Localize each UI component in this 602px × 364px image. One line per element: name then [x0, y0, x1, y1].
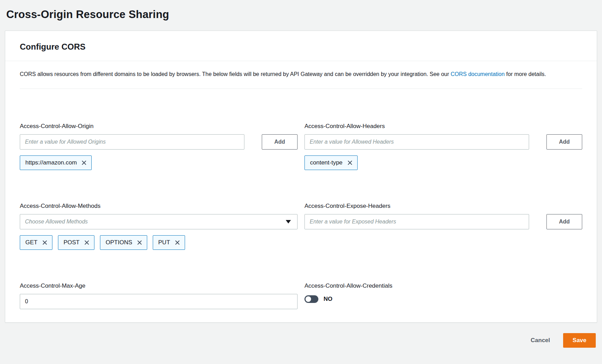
allow-credentials-label: Access-Control-Allow-Credentials — [304, 282, 582, 289]
close-icon[interactable] — [42, 240, 48, 245]
method-token-put: PUT — [153, 235, 185, 250]
max-age-label: Access-Control-Max-Age — [20, 282, 298, 289]
expose-headers-control-row: Add — [304, 214, 582, 229]
cors-description: CORS allows resources from different dom… — [20, 70, 582, 79]
token-label: OPTIONS — [106, 239, 132, 246]
allow-headers-control-row: Add — [304, 134, 582, 150]
close-icon[interactable] — [175, 240, 180, 245]
token-label: POST — [64, 239, 80, 246]
method-token-post: POST — [58, 235, 94, 250]
field-max-age: Access-Control-Max-Age — [20, 282, 298, 309]
allow-headers-token: content-type — [304, 155, 358, 170]
form-actions: Cancel Save — [5, 323, 597, 348]
method-token-options: OPTIONS — [100, 235, 147, 250]
allow-headers-input[interactable] — [304, 134, 529, 150]
card-body: CORS allows resources from different dom… — [5, 61, 597, 322]
allow-methods-tokens: GET POST OPTIONS — [20, 235, 298, 250]
section-divider — [20, 88, 582, 89]
field-expose-headers: Access-Control-Expose-Headers Add — [304, 203, 582, 250]
toggle-knob — [306, 296, 311, 302]
allow-origin-label: Access-Control-Allow-Origin — [20, 123, 298, 130]
card-title: Configure CORS — [20, 42, 582, 52]
close-icon[interactable] — [84, 240, 90, 245]
allow-origin-token: https://amazon.com — [20, 155, 92, 170]
cors-documentation-link[interactable]: CORS documentation — [451, 71, 505, 77]
fields-grid: Access-Control-Allow-Origin Add https://… — [20, 123, 582, 309]
allow-headers-tokens: content-type — [304, 155, 582, 170]
allow-methods-placeholder: Choose Allowed Methods — [25, 219, 88, 225]
close-icon[interactable] — [137, 240, 142, 245]
allow-origin-tokens: https://amazon.com — [20, 155, 298, 170]
configure-cors-card: Configure CORS CORS allows resources fro… — [5, 31, 597, 323]
field-allow-origin: Access-Control-Allow-Origin Add https://… — [20, 123, 298, 170]
allow-origin-input[interactable] — [20, 134, 244, 150]
field-allow-headers: Access-Control-Allow-Headers Add content… — [304, 123, 582, 170]
field-allow-credentials: Access-Control-Allow-Credentials NO — [304, 282, 582, 309]
description-text-after: for more details. — [505, 71, 546, 77]
allow-credentials-toggle-row: NO — [304, 295, 582, 303]
allow-headers-label: Access-Control-Allow-Headers — [304, 123, 582, 130]
max-age-control-row — [20, 294, 298, 309]
cancel-button[interactable]: Cancel — [531, 333, 550, 347]
expose-headers-input[interactable] — [304, 214, 529, 229]
close-icon[interactable] — [81, 160, 87, 166]
card-header: Configure CORS — [5, 31, 597, 61]
token-label: https://amazon.com — [25, 159, 77, 166]
page: Cross-Origin Resource Sharing Configure … — [0, 0, 602, 355]
token-label: PUT — [158, 239, 170, 246]
token-label: GET — [25, 239, 37, 246]
allow-methods-control-row: Choose Allowed Methods — [20, 214, 298, 229]
allow-credentials-state: NO — [324, 296, 333, 303]
allow-origin-add-button[interactable]: Add — [262, 134, 298, 150]
page-title: Cross-Origin Resource Sharing — [5, 0, 597, 31]
token-label: content-type — [310, 159, 343, 166]
allow-origin-control-row: Add — [20, 134, 298, 150]
expose-headers-add-button[interactable]: Add — [546, 214, 582, 229]
allow-headers-add-button[interactable]: Add — [546, 134, 582, 150]
method-token-get: GET — [20, 235, 52, 250]
max-age-input[interactable] — [20, 294, 298, 309]
expose-headers-label: Access-Control-Expose-Headers — [304, 203, 582, 210]
chevron-down-icon — [286, 220, 291, 223]
save-button[interactable]: Save — [563, 333, 596, 348]
allow-methods-select[interactable]: Choose Allowed Methods — [20, 214, 298, 229]
field-allow-methods: Access-Control-Allow-Methods Choose Allo… — [20, 203, 298, 250]
allow-methods-label: Access-Control-Allow-Methods — [20, 203, 298, 210]
description-text-before: CORS allows resources from different dom… — [20, 71, 451, 77]
close-icon[interactable] — [347, 160, 353, 166]
allow-credentials-toggle[interactable] — [304, 295, 318, 303]
